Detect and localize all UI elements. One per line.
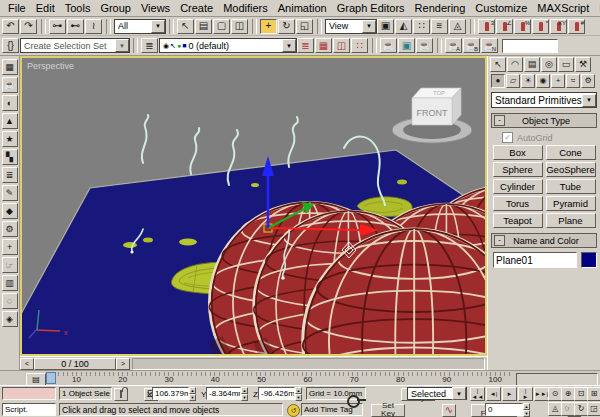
set-keys-big-button[interactable] bbox=[341, 387, 365, 415]
select-object-icon[interactable]: ↖ bbox=[177, 19, 194, 34]
name-and-color-rollout[interactable]: - Name and Color bbox=[491, 233, 597, 248]
go-to-end-icon[interactable]: ►►| bbox=[534, 387, 549, 401]
coord-x-field[interactable]: 106.379mm bbox=[152, 387, 189, 400]
menu-item[interactable]: File bbox=[3, 1, 31, 15]
set-key-curve-icon[interactable]: ∿ bbox=[442, 404, 456, 417]
shelf-pen-icon[interactable]: ✎ bbox=[2, 185, 18, 201]
shelf-pattern-icon[interactable]: ▚ bbox=[2, 149, 18, 165]
subcat-systems-icon[interactable]: ⚙ bbox=[581, 74, 595, 88]
object-type-button[interactable]: Plane bbox=[546, 213, 596, 228]
menu-item[interactable]: Rendering bbox=[410, 1, 471, 15]
menu-item[interactable]: MAXScript bbox=[532, 1, 594, 15]
menu-item[interactable]: Edit bbox=[31, 1, 60, 15]
object-type-button[interactable]: Tube bbox=[546, 179, 596, 194]
curve-editor-icon[interactable]: ▦ bbox=[315, 38, 332, 53]
axis-constraint-xy-icon[interactable]: XY bbox=[550, 19, 567, 34]
menu-item[interactable]: Graph Editors bbox=[332, 1, 410, 15]
shelf-grid-icon[interactable]: ▥ bbox=[2, 275, 18, 291]
shelf-cone-icon[interactable]: ▲ bbox=[2, 113, 18, 129]
shelf-hand-icon[interactable]: ☞ bbox=[2, 257, 18, 273]
tab-motion-icon[interactable]: ◎ bbox=[541, 57, 557, 72]
window-crossing-icon[interactable]: ◫ bbox=[231, 19, 248, 34]
angle-snap-icon[interactable]: ∠ bbox=[496, 19, 513, 34]
select-and-link-icon[interactable]: ⊶ bbox=[49, 19, 66, 34]
tab-modify-icon[interactable]: ◠ bbox=[507, 57, 523, 72]
menu-item[interactable]: Tools bbox=[60, 1, 96, 15]
named-selection-sets-icon[interactable]: {} bbox=[2, 38, 19, 53]
menu-item[interactable]: Modifiers bbox=[218, 1, 273, 15]
subcat-lights-icon[interactable]: ☀ bbox=[521, 74, 535, 88]
communicator-icon[interactable]: ↺ bbox=[287, 404, 300, 417]
subcat-spacewarps-icon[interactable]: ≈ bbox=[566, 74, 580, 88]
select-and-scale-icon[interactable]: ◱ bbox=[296, 19, 313, 34]
snaps-toggle-icon[interactable]: 3 bbox=[478, 19, 495, 34]
render-preset-a-teapot-icon[interactable]: ☕A bbox=[445, 38, 462, 53]
use-pivot-center-icon[interactable]: ▣ bbox=[377, 19, 394, 34]
object-color-swatch[interactable] bbox=[581, 252, 597, 268]
shelf-star-icon[interactable]: ★ bbox=[2, 131, 18, 147]
object-type-button[interactable]: Pyramid bbox=[546, 196, 596, 211]
menu-item[interactable]: Views bbox=[136, 1, 175, 15]
redo-icon[interactable]: ↷ bbox=[20, 19, 37, 34]
object-type-button[interactable]: Teapot bbox=[493, 213, 543, 228]
menu-item[interactable]: Create bbox=[175, 1, 218, 15]
previous-frame-icon[interactable]: ◄| bbox=[486, 387, 501, 401]
subcat-shapes-icon[interactable]: ▱ bbox=[506, 74, 520, 88]
new-layer-icon[interactable]: ≣ bbox=[297, 38, 314, 53]
tab-hierarchy-icon[interactable]: ▤ bbox=[524, 57, 540, 72]
macro-recorder-field[interactable] bbox=[2, 387, 56, 400]
coord-x-spinner[interactable]: ▲▼ bbox=[189, 387, 196, 400]
chevron-down-icon[interactable]: ▼ bbox=[151, 20, 165, 33]
time-slider-next-button[interactable]: > bbox=[116, 358, 130, 370]
tab-utilities-icon[interactable]: ⚒ bbox=[575, 57, 591, 72]
set-key-button[interactable]: Set Key bbox=[371, 404, 405, 417]
collapse-icon[interactable]: - bbox=[494, 115, 505, 126]
perspective-viewport[interactable]: FRONT TOP x Perspective bbox=[20, 56, 487, 356]
shelf-gear-icon[interactable]: ⚙ bbox=[2, 221, 18, 237]
bind-to-spacewarp-icon[interactable]: ≀ bbox=[85, 19, 102, 34]
tab-display-icon[interactable]: ▭ bbox=[558, 57, 574, 72]
shelf-cross-icon[interactable]: + bbox=[2, 239, 18, 255]
select-and-rotate-icon[interactable]: ↻ bbox=[278, 19, 295, 34]
reference-coordsys-dropdown[interactable]: View ▼ bbox=[325, 19, 377, 34]
selection-lock-icon[interactable] bbox=[114, 388, 128, 401]
time-slider-track[interactable] bbox=[132, 358, 485, 370]
pan-icon[interactable]: ☞ bbox=[561, 402, 575, 416]
array-icon[interactable]: ∷ bbox=[413, 19, 430, 34]
render-scene-teapot-icon[interactable]: ☕ bbox=[380, 38, 397, 53]
play-icon[interactable]: ► bbox=[502, 387, 517, 401]
named-selection-set-dropdown[interactable]: Create Selection Set ▼ bbox=[20, 38, 130, 53]
object-type-button[interactable]: Cylinder bbox=[493, 179, 543, 194]
object-type-button[interactable]: Sphere bbox=[493, 162, 543, 177]
arc-rotate-icon[interactable]: ↻ bbox=[574, 402, 588, 416]
key-filter-dropdown[interactable]: Selected ▼ bbox=[407, 387, 467, 400]
current-frame-marker[interactable] bbox=[46, 372, 56, 384]
shelf-sphere-icon[interactable]: ◐ bbox=[2, 95, 18, 111]
chevron-down-icon[interactable]: ▼ bbox=[282, 39, 296, 52]
object-name-field[interactable]: Plane01 bbox=[493, 252, 577, 268]
subcat-cameras-icon[interactable]: ◉ bbox=[536, 74, 550, 88]
align-icon[interactable]: ≡ bbox=[431, 19, 448, 34]
select-and-move-icon[interactable]: + bbox=[260, 19, 277, 34]
go-to-start-icon[interactable]: |◄◄ bbox=[470, 387, 485, 401]
zoom-extents-all-icon[interactable]: ⊞ bbox=[587, 387, 600, 401]
percent-snap-icon[interactable]: % bbox=[514, 19, 531, 34]
frame-spinner[interactable]: ▲▼ bbox=[523, 403, 530, 416]
chevron-down-icon[interactable]: ▼ bbox=[452, 387, 466, 400]
schematic-view-icon[interactable]: ◫ bbox=[333, 38, 350, 53]
collapse-icon[interactable]: - bbox=[494, 235, 505, 246]
shelf-mesh-icon[interactable]: ◈ bbox=[2, 311, 18, 327]
time-slider-handle[interactable]: 0 / 100 bbox=[34, 358, 116, 370]
chevron-down-icon[interactable]: ▼ bbox=[362, 20, 376, 33]
viewport-canvas[interactable]: FRONT TOP x Perspective bbox=[22, 58, 485, 354]
shelf-teapot-icon[interactable]: ☕ bbox=[2, 77, 18, 93]
viewport-label[interactable]: Perspective bbox=[27, 61, 74, 71]
shelf-objects-icon[interactable]: ▦ bbox=[2, 59, 18, 75]
object-type-button[interactable]: Torus bbox=[493, 196, 543, 211]
shelf-layers-icon[interactable]: ≣ bbox=[2, 167, 18, 183]
zoom-all-icon[interactable]: ⊕ bbox=[561, 387, 575, 401]
subcat-geometry-icon[interactable]: ● bbox=[491, 74, 505, 88]
tab-create-icon[interactable]: ↖ bbox=[490, 57, 506, 72]
menu-item[interactable]: Help bbox=[594, 1, 600, 15]
selection-filter-dropdown[interactable]: All ▼ bbox=[114, 19, 166, 34]
